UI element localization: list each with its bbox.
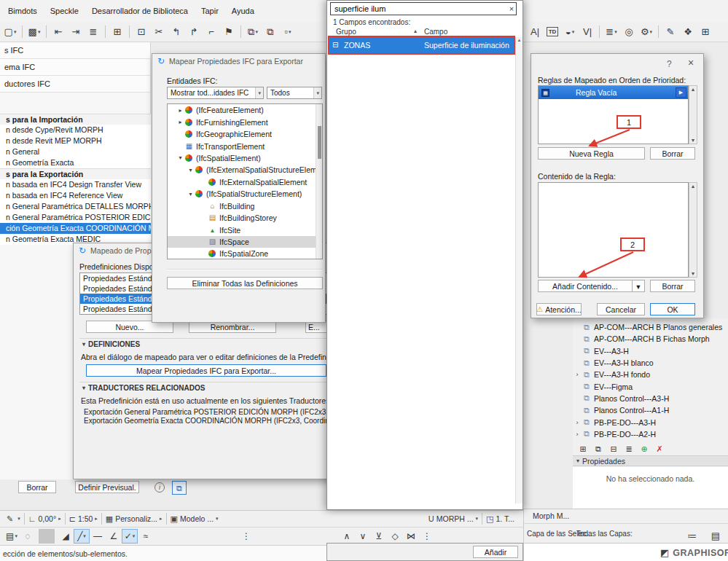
freehand-icon[interactable]: ◌▾: [20, 529, 36, 544]
layer-item[interactable]: ⧉ PB-PE-DO---A3-H: [573, 416, 728, 428]
confirm-icon[interactable]: ✓▾: [122, 529, 138, 544]
ifc-tree-item[interactable]: IfcBuildingStorey: [168, 212, 317, 224]
expander-icon[interactable]: [176, 154, 184, 161]
scroll-down-icon[interactable]: ▼: [689, 138, 697, 143]
layers-icon[interactable]: ≣▾: [603, 24, 620, 40]
scroll-up-icon[interactable]: ▲: [689, 87, 697, 92]
dock-handle2-icon[interactable]: ⋮▾: [419, 529, 435, 544]
layer-item[interactable]: ⧉ EV---A3-H fondo: [573, 369, 728, 380]
sheet-settings-icon[interactable]: ⊟: [608, 441, 619, 457]
translator-item[interactable]: n Geometría Exacta: [0, 157, 151, 168]
rotate-left-icon[interactable]: ↰▾: [168, 24, 185, 40]
layer-item[interactable]: ⧉ EV---A3-H blanco: [573, 357, 728, 369]
preview-button[interactable]: Definir Previsual.: [75, 481, 139, 493]
quick-layers-icon[interactable]: ≔: [684, 527, 701, 544]
menu-item[interactable]: Tapir: [195, 4, 225, 18]
wave-icon[interactable]: ≈▾: [138, 529, 154, 544]
dock-handle-icon[interactable]: ⋮▾: [238, 529, 254, 544]
column-header-field[interactable]: Campo: [424, 28, 447, 36]
to-bottom-icon[interactable]: ⊻▾: [371, 529, 387, 544]
render-icon[interactable]: ❖▾: [679, 24, 697, 40]
copy-box-icon[interactable]: ⧉▾: [244, 24, 262, 40]
layer-item[interactable]: ⧉ AP-COM---ARCH B Fichas Morph: [573, 333, 728, 345]
scope-combo[interactable]: Todos ▾: [267, 87, 322, 99]
close-icon[interactable]: ×: [688, 57, 694, 68]
translator-item[interactable]: n General Paramétrica DETALLES MORPH: [0, 201, 151, 212]
expander-icon[interactable]: [187, 191, 195, 197]
translator-item[interactable]: n General: [0, 146, 151, 157]
menu-item[interactable]: Speckle: [44, 4, 85, 18]
ifc-tree-item[interactable]: IfcBuilding: [168, 200, 317, 212]
pen-set-combo[interactable]: ▦ Personaliz... ▸: [102, 514, 166, 524]
translator-item[interactable]: s para la Importación: [0, 114, 151, 125]
ifc-tree-item[interactable]: IfcGeographicElement: [168, 128, 317, 140]
layer-item[interactable]: ⧉ AP-COM---ARCH B Planos generales: [573, 321, 728, 333]
duplicate-layer-icon[interactable]: ⧉: [592, 441, 604, 457]
search-input[interactable]: [330, 2, 517, 15]
polyline-icon[interactable]: ╱▾: [74, 529, 90, 544]
layer-item[interactable]: ⧉ EV---Figma: [573, 380, 728, 392]
ifc-tree-item[interactable]: IfcExternalSpatialElement: [168, 176, 317, 188]
scroll-down-icon[interactable]: ▼: [689, 271, 697, 276]
delete-button[interactable]: Borrar: [18, 481, 56, 493]
expander-icon[interactable]: [573, 431, 582, 438]
ifc-tree-item[interactable]: IfcSpatialZone: [168, 248, 317, 259]
slope-icon[interactable]: ◢▾: [58, 529, 74, 544]
ifc-tree-item[interactable]: IfcFurnishingElement: [168, 116, 317, 128]
arrow-up-icon[interactable]: ∧▾: [339, 529, 355, 544]
translator-item[interactable]: s para la Exportación: [0, 168, 151, 179]
favorites-icon[interactable]: ▩▾: [26, 24, 43, 40]
help-icon[interactable]: ?: [667, 59, 672, 69]
definitions-section[interactable]: ▾ DEFINICIONES: [79, 338, 330, 349]
ifc-tree-item[interactable]: (IfcSpatialStructureElement): [168, 188, 317, 200]
add-content-button[interactable]: Añadir Contenido...: [538, 280, 633, 292]
results-scrollbar[interactable]: ▴: [515, 37, 522, 503]
sheet-list-icon[interactable]: ≣: [623, 441, 635, 457]
layer-item[interactable]: ⧉ Planos Control---A3-H: [573, 393, 728, 404]
remove-icon[interactable]: ✗: [654, 441, 665, 457]
pencil-icon[interactable]: ✎▾: [662, 24, 679, 40]
layer-item[interactable]: ⧉ PB-PE-DO---A2-H: [573, 428, 728, 440]
translator-item[interactable]: n desde Cype/Revit MORPH: [0, 125, 151, 136]
dimension-style-icon[interactable]: TD▾: [544, 24, 561, 40]
entity-filter-combo[interactable]: Mostrar tod...idades IFC ▾: [167, 87, 264, 99]
column-header-group[interactable]: Grupo: [336, 28, 356, 36]
storey-combo[interactable]: ◳ 1. T...: [482, 514, 520, 524]
align-right-icon[interactable]: ⇥▾: [67, 24, 85, 40]
new-layer-icon[interactable]: ⊞: [577, 441, 589, 457]
translator-item[interactable]: n basada en IFC4 Reference View: [0, 190, 151, 201]
new-file-icon[interactable]: ▢▾: [1, 24, 19, 40]
translators-section[interactable]: ▾ TRADUCTORES RELACIONADOS: [79, 382, 330, 393]
add-field-button[interactable]: Añadir: [473, 546, 518, 558]
translator-item[interactable]: n General Paramétrica POSTERIOR EDICIÓN …: [0, 212, 151, 223]
hatch-tool-icon[interactable]: ▤▾: [4, 529, 20, 544]
bowtie-icon[interactable]: ⋈▾: [403, 529, 419, 544]
ok-button[interactable]: OK: [650, 303, 695, 315]
zoom-fit-icon[interactable]: ⊡▾: [133, 24, 150, 40]
expander-icon[interactable]: [176, 107, 184, 114]
menu-item[interactable]: Bimdots: [1, 4, 44, 18]
menu-item[interactable]: Desarrollador de Biblioteca: [85, 4, 195, 18]
tree-scrollbar[interactable]: [316, 104, 322, 259]
map-properties-button[interactable]: Mapear Propiedades IFC para Exportar...: [86, 364, 326, 377]
properties-header[interactable]: ▾ Propiedades: [573, 455, 728, 466]
angle-field[interactable]: ∟ 0,00° ▸: [25, 514, 65, 523]
rule-detail-button[interactable]: ▶: [676, 87, 686, 98]
paste-box-icon[interactable]: ⧉▾: [262, 24, 279, 40]
scroll-up-icon[interactable]: ▲: [689, 184, 697, 189]
expander-icon[interactable]: [187, 167, 195, 173]
grid-snap-icon[interactable]: ⊞▾: [109, 24, 126, 40]
distribute-icon[interactable]: ≣▾: [85, 24, 102, 40]
content-scrollbar[interactable]: ▲ ▼: [689, 182, 697, 278]
menu-item[interactable]: Ayuda: [225, 4, 261, 18]
layer-item[interactable]: ⧉ EV---A3-H: [573, 345, 728, 357]
translator-item[interactable]: n desde Revit MEP MORPH: [0, 136, 151, 146]
ifc-tree-item[interactable]: IfcSpace: [168, 236, 317, 248]
all-layers-label[interactable]: Todas las Capas:: [576, 530, 633, 538]
expander-icon[interactable]: [176, 119, 184, 125]
segment-icon[interactable]: —▾: [90, 529, 106, 544]
delete-rule-button[interactable]: Borrar: [650, 147, 695, 160]
dialog-titlebar[interactable]: ↻ Mapear Propiedades IFC para Exportar: [152, 54, 325, 68]
vectorial-icon[interactable]: V|▾: [579, 24, 596, 40]
rule-item[interactable]: ▦ Regla Vacía ▶: [539, 86, 688, 99]
